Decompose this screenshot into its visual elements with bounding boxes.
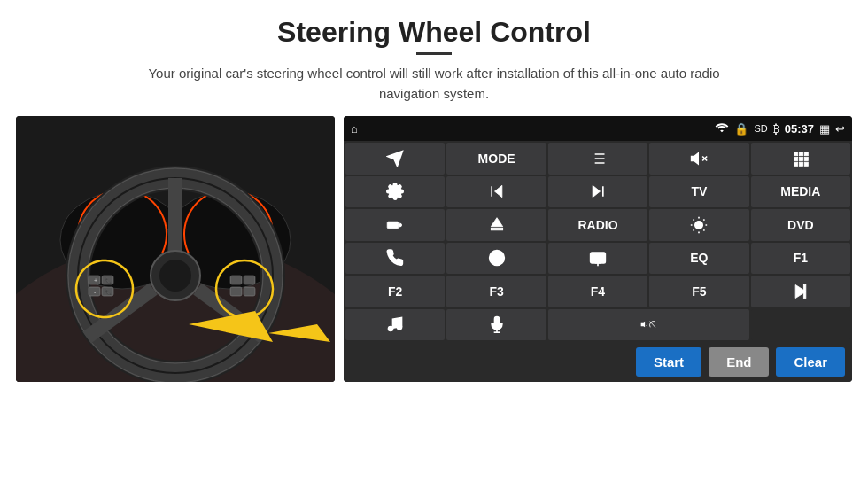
eq-button[interactable]: EQ xyxy=(649,243,748,275)
home-icon[interactable]: ⌂ xyxy=(351,122,358,136)
apps-button[interactable] xyxy=(751,143,850,175)
clear-button[interactable]: Clear xyxy=(776,347,845,377)
status-bar: ⌂ 🔒 SD ₿ 05:37 ▦ ↩ xyxy=(344,116,852,141)
menu-icon[interactable]: ▦ xyxy=(819,122,830,136)
title-divider xyxy=(416,52,452,55)
music-button[interactable] xyxy=(345,309,445,341)
lock-icon: 🔒 xyxy=(734,122,748,136)
end-button[interactable]: End xyxy=(709,347,769,377)
play-pause-button[interactable] xyxy=(751,276,850,307)
svg-rect-26 xyxy=(244,276,255,284)
f4-button[interactable]: F4 xyxy=(548,276,647,307)
svg-line-64 xyxy=(704,229,705,230)
svg-rect-24 xyxy=(230,276,242,284)
mic-button[interactable] xyxy=(446,309,546,341)
svg-rect-25 xyxy=(230,287,242,296)
svg-point-60 xyxy=(695,222,702,229)
svg-rect-41 xyxy=(794,152,797,155)
svg-rect-42 xyxy=(799,152,802,155)
media-button[interactable]: MEDIA xyxy=(751,176,850,208)
android-panel: ⌂ 🔒 SD ₿ 05:37 ▦ ↩ MODE xyxy=(344,116,852,382)
svg-marker-53 xyxy=(593,186,600,198)
next-button[interactable] xyxy=(548,176,647,208)
start-button[interactable]: Start xyxy=(636,347,701,377)
volume-phone-button[interactable] xyxy=(548,309,749,341)
svg-text:360: 360 xyxy=(389,223,396,228)
svg-rect-74 xyxy=(803,284,806,298)
prev-button[interactable] xyxy=(446,176,546,208)
svg-rect-45 xyxy=(799,157,802,160)
content-area: + - 📞 📞 ⌂ 🔒 xyxy=(0,116,868,382)
f1-button[interactable]: F1 xyxy=(751,243,850,275)
f3-button[interactable]: F3 xyxy=(446,276,546,307)
nav-button[interactable] xyxy=(446,243,546,275)
f5-button[interactable]: F5 xyxy=(649,276,748,307)
empty-cell xyxy=(751,309,850,341)
svg-marker-31 xyxy=(388,151,403,166)
page-title: Steering Wheel Control xyxy=(0,0,868,52)
svg-text:📞: 📞 xyxy=(105,289,112,296)
list-button[interactable] xyxy=(548,143,647,175)
f2-button[interactable]: F2 xyxy=(345,276,445,307)
status-left: ⌂ xyxy=(351,122,358,136)
back-icon[interactable]: ↩ xyxy=(835,122,845,136)
svg-point-76 xyxy=(398,325,402,330)
settings-button[interactable] xyxy=(345,176,445,208)
bottom-buttons-area: Start End Clear xyxy=(344,342,852,382)
brightness-button[interactable] xyxy=(649,209,748,241)
mode-button[interactable]: MODE xyxy=(446,143,546,175)
button-grid: MODE TV MEDIA 360 xyxy=(344,141,852,342)
subtitle: Your original car's steering wheel contr… xyxy=(133,64,735,104)
svg-marker-51 xyxy=(494,186,501,198)
svg-line-68 xyxy=(704,219,705,220)
sd-icon: SD xyxy=(754,123,767,134)
mute-button[interactable] xyxy=(649,143,748,175)
360cam-button[interactable]: 360 xyxy=(345,209,445,241)
svg-marker-80 xyxy=(641,322,645,328)
svg-line-67 xyxy=(694,229,694,230)
svg-line-63 xyxy=(694,219,694,220)
send-button[interactable] xyxy=(345,143,445,175)
svg-rect-49 xyxy=(804,162,808,166)
radio-button[interactable]: RADIO xyxy=(548,209,647,241)
time-display: 05:37 xyxy=(785,122,814,136)
status-right: 🔒 SD ₿ 05:37 ▦ ↩ xyxy=(715,122,845,136)
svg-rect-43 xyxy=(804,152,808,155)
svg-rect-70 xyxy=(591,253,606,263)
wifi-icon xyxy=(715,122,729,136)
bluetooth-icon: ₿ xyxy=(773,122,779,136)
phone-button[interactable] xyxy=(345,243,445,275)
svg-rect-27 xyxy=(244,287,255,296)
screen-mirror-button[interactable] xyxy=(548,243,647,275)
svg-point-56 xyxy=(399,223,402,227)
svg-point-13 xyxy=(159,260,191,292)
eject-button[interactable] xyxy=(446,209,546,241)
svg-text:📞: 📞 xyxy=(105,277,112,284)
svg-rect-44 xyxy=(794,157,797,160)
dvd-button[interactable]: DVD xyxy=(751,209,850,241)
svg-rect-46 xyxy=(804,157,808,160)
svg-rect-59 xyxy=(491,228,502,230)
svg-rect-47 xyxy=(794,162,797,166)
tv-button[interactable]: TV xyxy=(649,176,748,208)
svg-rect-48 xyxy=(799,162,802,166)
svg-marker-38 xyxy=(692,153,699,164)
steering-wheel-image: + - 📞 📞 xyxy=(16,116,335,382)
svg-text:+: + xyxy=(94,277,97,284)
svg-point-75 xyxy=(389,327,393,331)
svg-marker-58 xyxy=(491,217,502,226)
